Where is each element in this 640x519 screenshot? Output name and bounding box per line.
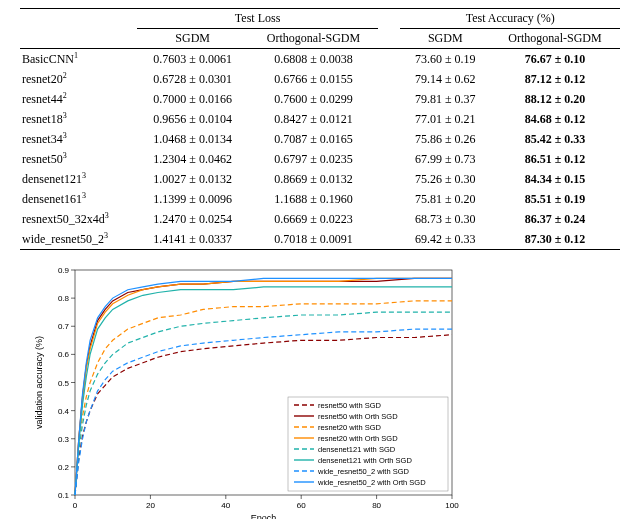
acc-orth: 88.12 ± 0.20: [490, 89, 620, 109]
loss-orth: 0.6808 ± 0.0038: [249, 49, 379, 70]
svg-text:0.1: 0.1: [58, 491, 70, 500]
model-name: resnet343: [20, 129, 137, 149]
acc-orth: 85.51 ± 0.19: [490, 189, 620, 209]
loss-sgdm: 1.0027 ± 0.0132: [137, 169, 249, 189]
svg-text:0.2: 0.2: [58, 463, 70, 472]
acc-sgdm: 73.60 ± 0.19: [400, 49, 490, 70]
model-name: resnext50_32x4d3: [20, 209, 137, 229]
svg-text:0.7: 0.7: [58, 322, 70, 331]
acc-sgdm: 79.81 ± 0.37: [400, 89, 490, 109]
loss-sgdm: 0.9656 ± 0.0104: [137, 109, 249, 129]
group-header-acc: Test Accuracy (%): [400, 9, 620, 29]
loss-orth: 0.6797 ± 0.0235: [249, 149, 379, 169]
chart-legend: resnet50 with SGDresnet50 with Orth SGDr…: [288, 397, 448, 491]
acc-orth: 87.12 ± 0.12: [490, 69, 620, 89]
loss-orth: 0.6669 ± 0.0223: [249, 209, 379, 229]
model-name: densenet1613: [20, 189, 137, 209]
loss-sgdm: 1.2470 ± 0.0254: [137, 209, 249, 229]
legend-entry: densenet121 with SGD: [318, 445, 396, 454]
model-name: wide_resnet50_23: [20, 229, 137, 250]
loss-sgdm: 0.6728 ± 0.0301: [137, 69, 249, 89]
svg-text:40: 40: [221, 501, 230, 510]
acc-orth: 84.68 ± 0.12: [490, 109, 620, 129]
legend-entry: wide_resnet50_2 with SGD: [317, 467, 409, 476]
acc-sgdm: 77.01 ± 0.21: [400, 109, 490, 129]
loss-orth: 0.8427 ± 0.0121: [249, 109, 379, 129]
legend-entry: resnet20 with Orth SGD: [318, 434, 398, 443]
loss-sgdm: 1.1399 ± 0.0096: [137, 189, 249, 209]
svg-text:validation accuracy (%): validation accuracy (%): [34, 336, 44, 429]
loss-orth: 0.7018 ± 0.0091: [249, 229, 379, 250]
acc-sgdm: 75.81 ± 0.20: [400, 189, 490, 209]
validation-accuracy-chart: 0.10.20.30.40.50.60.70.80.9020406080100E…: [30, 260, 460, 519]
legend-entry: resnet50 with Orth SGD: [318, 412, 398, 421]
svg-text:80: 80: [372, 501, 381, 510]
svg-text:60: 60: [297, 501, 306, 510]
col-header: SGDM: [400, 29, 490, 49]
col-header: Orthogonal-SGDM: [249, 29, 379, 49]
model-name: BasicCNN1: [20, 49, 137, 70]
acc-orth: 85.42 ± 0.33: [490, 129, 620, 149]
acc-sgdm: 67.99 ± 0.73: [400, 149, 490, 169]
loss-sgdm: 0.7603 ± 0.0061: [137, 49, 249, 70]
acc-sgdm: 79.14 ± 0.62: [400, 69, 490, 89]
model-name: resnet183: [20, 109, 137, 129]
col-header: Orthogonal-SGDM: [490, 29, 620, 49]
svg-text:Epoch: Epoch: [251, 513, 277, 519]
model-name: resnet202: [20, 69, 137, 89]
legend-entry: resnet50 with SGD: [318, 401, 382, 410]
loss-orth: 0.7087 ± 0.0165: [249, 129, 379, 149]
model-name: densenet1213: [20, 169, 137, 189]
svg-text:0.5: 0.5: [58, 379, 70, 388]
svg-text:100: 100: [445, 501, 459, 510]
loss-sgdm: 0.7000 ± 0.0166: [137, 89, 249, 109]
loss-orth: 0.6766 ± 0.0155: [249, 69, 379, 89]
loss-sgdm: 1.4141 ± 0.0337: [137, 229, 249, 250]
loss-orth: 0.8669 ± 0.0132: [249, 169, 379, 189]
acc-orth: 87.30 ± 0.12: [490, 229, 620, 250]
loss-orth: 1.1688 ± 0.1960: [249, 189, 379, 209]
group-header-loss: Test Loss: [137, 9, 379, 29]
acc-sgdm: 68.73 ± 0.30: [400, 209, 490, 229]
col-header: SGDM: [137, 29, 249, 49]
acc-sgdm: 75.86 ± 0.26: [400, 129, 490, 149]
svg-text:0.9: 0.9: [58, 266, 70, 275]
acc-sgdm: 75.26 ± 0.30: [400, 169, 490, 189]
loss-sgdm: 1.0468 ± 0.0134: [137, 129, 249, 149]
loss-orth: 0.7600 ± 0.0299: [249, 89, 379, 109]
svg-text:0.6: 0.6: [58, 350, 70, 359]
results-table: Test Loss Test Accuracy (%) SGDM Orthogo…: [20, 8, 620, 250]
model-name: resnet503: [20, 149, 137, 169]
acc-orth: 84.34 ± 0.15: [490, 169, 620, 189]
acc-sgdm: 69.42 ± 0.33: [400, 229, 490, 250]
svg-text:0.4: 0.4: [58, 407, 70, 416]
acc-orth: 86.51 ± 0.12: [490, 149, 620, 169]
acc-orth: 76.67 ± 0.10: [490, 49, 620, 70]
model-name: resnet442: [20, 89, 137, 109]
acc-orth: 86.37 ± 0.24: [490, 209, 620, 229]
svg-text:0.3: 0.3: [58, 435, 70, 444]
legend-entry: resnet20 with SGD: [318, 423, 382, 432]
svg-text:0: 0: [73, 501, 78, 510]
legend-entry: densenet121 with Orth SGD: [318, 456, 412, 465]
svg-text:20: 20: [146, 501, 155, 510]
svg-text:0.8: 0.8: [58, 294, 70, 303]
loss-sgdm: 1.2304 ± 0.0462: [137, 149, 249, 169]
legend-entry: wide_resnet50_2 with Orth SGD: [317, 478, 426, 487]
